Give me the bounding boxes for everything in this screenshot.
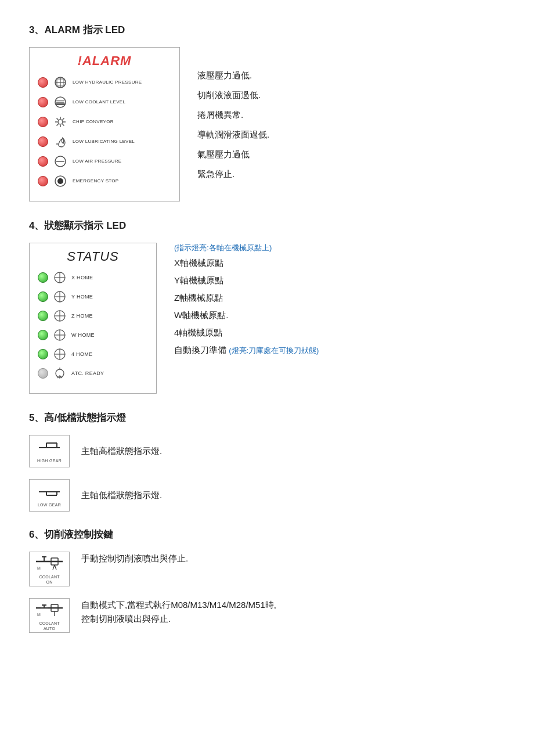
high-gear-label: HIGH GEAR [37, 459, 62, 463]
yhome-icon [52, 289, 67, 304]
status-row-xhome: X HOME [38, 270, 148, 285]
led-xhome [38, 272, 48, 283]
led-whome [38, 330, 48, 340]
alarm-desc-4: 氣壓壓力過低 [197, 148, 269, 160]
alarm-label-hydraulic: LOW HYDRAULIC PRESSURE [73, 80, 142, 85]
coolant-item-auto: M COOLANT AUTO 自動模式下,當程式執行M08/M13/M14/M2… [29, 598, 505, 633]
alarm-row-lubricating: LOW LUBRICATING LEVEL [38, 134, 171, 150]
low-gear-desc: 主軸低檔狀態指示燈. [81, 490, 162, 501]
status-label-xhome: X HOME [71, 275, 93, 280]
svg-line-15 [63, 118, 64, 120]
status-row-zhome: Z HOME [38, 308, 148, 323]
coolant-on-label: COOLANT ON [39, 575, 59, 585]
gear-box-high: HIGH GEAR [29, 435, 70, 467]
svg-text:M: M [37, 613, 41, 617]
svg-line-50 [53, 565, 55, 570]
svg-line-14 [63, 124, 64, 126]
zhome-icon [52, 308, 67, 323]
coolant-item-on: M COOLANT ON 手動控制切削液噴出與停止. [29, 552, 505, 586]
svg-line-13 [57, 118, 59, 120]
alarm-descriptions: 液壓壓力過低. 切削液液面過低. 捲屑機異常. 導軌潤滑液面過低. 氣壓壓力過低… [197, 47, 269, 180]
alarm-desc-5: 緊急停止. [197, 168, 269, 180]
status-section-title: 4、狀態顯示指示 LED [29, 219, 505, 232]
alarm-label-chip: CHIP CONVEYOR [73, 119, 114, 125]
alarm-box-title: !ALARM [38, 53, 171, 69]
gear-section: 5、高/低檔狀態指示燈 HIGH GEAR 主軸高檔狀態指示燈. [29, 411, 505, 512]
coolant-on-icon: M [35, 553, 64, 574]
coolant-section: 6、切削液控制按鍵 M [29, 528, 505, 633]
status-desc-5: 自動換刀準備 (燈亮:刀庫處在可換刀狀態) [174, 344, 319, 356]
alarm-row-chip: CHIP CONVEYOR [38, 114, 171, 130]
led-air [38, 156, 48, 167]
coolant-auto-label: COOLANT AUTO [39, 621, 59, 631]
whome-icon [52, 327, 67, 343]
gear-item-low: LOW GEAR 主軸低檔狀態指示燈. [29, 479, 505, 512]
gear-box-low: LOW GEAR [29, 479, 70, 512]
status-layout: STATUS X HOME [29, 243, 505, 394]
status-row-4home: 4 HOME [38, 347, 148, 362]
status-desc-0: X軸機械原點 [174, 257, 319, 269]
high-gear-icon [36, 440, 63, 458]
coolant-on-desc: 手動控制切削液噴出與停止. [81, 552, 188, 566]
led-yhome [38, 291, 48, 302]
status-note: (指示燈亮:各軸在機械原點上) [174, 243, 319, 253]
status-row-whome: W HOME [38, 327, 148, 343]
status-label-yhome: Y HOME [71, 294, 93, 300]
coolant-section-title: 6、切削液控制按鍵 [29, 528, 505, 541]
status-desc-2: Z軸機械原點 [174, 291, 319, 304]
led-emergency [38, 176, 48, 186]
svg-text:M: M [37, 566, 41, 570]
alarm-row-air: LOW AIR PRESSURE [38, 153, 171, 170]
status-desc-3: W軸機械原點. [174, 309, 319, 321]
alarm-row-emergency: EMERGENCY STOP [38, 173, 171, 189]
coolant-auto-icon: M [35, 600, 64, 620]
led-chip [38, 117, 48, 127]
status-box: STATUS X HOME [29, 243, 157, 394]
led-coolant [38, 97, 48, 107]
status-row-atc: ATC. READY [38, 366, 148, 381]
emergency-icon [52, 173, 68, 189]
coolant-box-auto: M COOLANT AUTO [29, 598, 70, 633]
lubricating-icon [52, 134, 68, 150]
led-4home [38, 349, 48, 359]
alarm-label-lubricating: LOW LUBRICATING LEVEL [73, 139, 135, 145]
led-zhome [38, 311, 48, 321]
high-gear-desc: 主軸高檔狀態指示燈. [81, 446, 162, 457]
alarm-row-hydraulic: LOW HYDRAULIC PRESSURE [38, 74, 171, 91]
status-desc-1: Y軸機械原點 [174, 274, 319, 286]
alarm-label-coolant: LOW COOLANT LEVEL [73, 99, 125, 105]
coolant-auto-desc: 自動模式下,當程式執行M08/M13/M14/M28/M51時, 控制切削液噴出… [81, 598, 276, 626]
alarm-desc-2: 捲屑機異常. [197, 109, 269, 121]
alarm-desc-1: 切削液液面過低. [197, 89, 269, 101]
led-atc [38, 368, 48, 379]
status-row-yhome: Y HOME [38, 289, 148, 304]
gear-item-high: HIGH GEAR 主軸高檔狀態指示燈. [29, 435, 505, 467]
4home-icon [52, 347, 67, 362]
alarm-label-air: LOW AIR PRESSURE [73, 159, 121, 164]
led-lubricating [38, 136, 48, 147]
led-hydraulic [38, 77, 48, 88]
alarm-label-emergency: EMERGENCY STOP [73, 178, 118, 184]
svg-point-21 [57, 178, 63, 184]
status-label-zhome: Z HOME [71, 313, 93, 319]
chip-icon [52, 114, 68, 130]
alarm-desc-3: 導軌潤滑液面過低. [197, 128, 269, 141]
atc-icon [52, 366, 67, 381]
status-label-4home: 4 HOME [71, 351, 92, 357]
status-descriptions: (指示燈亮:各軸在機械原點上) X軸機械原點 Y軸機械原點 Z軸機械原點 W軸機… [174, 243, 319, 356]
low-gear-label: LOW GEAR [38, 503, 61, 507]
status-section: 4、狀態顯示指示 LED STATUS X HOME [29, 219, 505, 394]
alarm-box: !ALARM LOW HYDRAULIC PRESSURE [29, 47, 180, 201]
svg-line-16 [57, 124, 59, 126]
coolant-box-on: M COOLANT ON [29, 552, 70, 586]
status-box-title: STATUS [38, 249, 148, 264]
svg-rect-7 [56, 103, 65, 105]
status-label-whome: W HOME [71, 332, 95, 338]
coolant-level-icon [52, 94, 68, 110]
alarm-desc-0: 液壓壓力過低. [197, 69, 269, 81]
svg-point-8 [58, 120, 63, 124]
hydraulic-icon [52, 74, 68, 91]
low-gear-icon [36, 484, 63, 502]
alarm-layout: !ALARM LOW HYDRAULIC PRESSURE [29, 47, 505, 201]
gear-section-title: 5、高/低檔狀態指示燈 [29, 411, 505, 424]
